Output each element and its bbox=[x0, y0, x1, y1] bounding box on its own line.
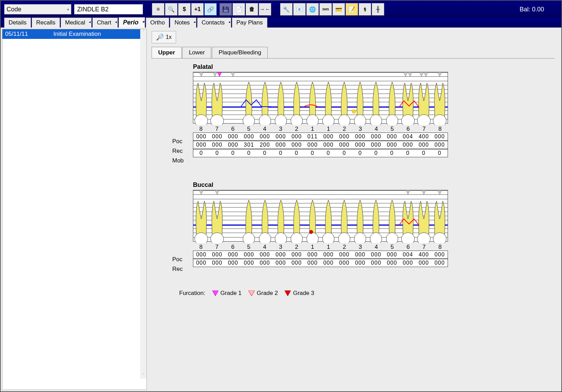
tooth-slot[interactable] bbox=[289, 195, 305, 243]
tooth-slot[interactable] bbox=[368, 195, 384, 243]
tab-lower[interactable]: Lower bbox=[182, 47, 211, 58]
data-cell[interactable]: 000 bbox=[320, 260, 336, 266]
data-cell[interactable]: 000 bbox=[273, 134, 289, 140]
tool-icon[interactable]: 🔧 bbox=[280, 3, 293, 15]
data-cell[interactable]: 000 bbox=[336, 142, 352, 148]
data-cell[interactable]: 004 bbox=[400, 252, 416, 258]
data-cell[interactable]: 000 bbox=[432, 142, 448, 148]
tooth-slot[interactable] bbox=[432, 77, 448, 125]
tab-contacts[interactable]: Contacts bbox=[197, 18, 231, 28]
data-cell[interactable]: 400 bbox=[416, 134, 432, 140]
data-cell[interactable]: 000 bbox=[209, 260, 225, 266]
tab-recalls[interactable]: Recalls bbox=[32, 18, 60, 28]
data-cell[interactable]: 000 bbox=[305, 142, 320, 148]
tooth-slot[interactable] bbox=[352, 195, 368, 243]
tooth-slot[interactable] bbox=[305, 77, 320, 125]
data-cell[interactable]: 200 bbox=[257, 142, 273, 148]
data-cell[interactable]: 000 bbox=[400, 260, 416, 266]
tab-ortho[interactable]: Ortho bbox=[146, 18, 170, 28]
data-cell[interactable]: 000 bbox=[289, 142, 305, 148]
tooth-slot[interactable] bbox=[336, 195, 352, 243]
tooth-slot[interactable] bbox=[305, 195, 320, 243]
data-cell[interactable]: 000 bbox=[257, 252, 273, 258]
data-cell[interactable]: 000 bbox=[368, 142, 384, 148]
data-cell[interactable]: 000 bbox=[241, 252, 257, 258]
palatal-mob-row[interactable]: 0000000000000000 bbox=[193, 149, 448, 157]
grid-icon[interactable]: ╫ bbox=[372, 3, 384, 15]
zoom-button[interactable]: 🔎 1x bbox=[152, 31, 176, 43]
data-cell[interactable]: 0 bbox=[305, 150, 320, 156]
payment-icon[interactable]: $ bbox=[178, 3, 191, 15]
data-cell[interactable]: 000 bbox=[320, 134, 336, 140]
patient-input[interactable] bbox=[74, 4, 143, 14]
code-dropdown[interactable]: Code bbox=[4, 4, 71, 14]
tab-payplans[interactable]: Pay Plans bbox=[232, 18, 267, 28]
tab-details[interactable]: Details bbox=[4, 18, 31, 28]
data-cell[interactable]: 0 bbox=[273, 150, 289, 156]
data-cell[interactable]: 000 bbox=[320, 142, 336, 148]
data-cell[interactable]: 000 bbox=[416, 260, 432, 266]
buccal-rec-row[interactable]: 0000000000000000000000000000000000000000… bbox=[193, 259, 448, 267]
data-cell[interactable]: 0 bbox=[241, 150, 257, 156]
data-cell[interactable]: 000 bbox=[193, 260, 209, 266]
data-cell[interactable]: 0 bbox=[193, 150, 209, 156]
data-cell[interactable]: 000 bbox=[225, 260, 241, 266]
data-cell[interactable]: 000 bbox=[368, 134, 384, 140]
data-cell[interactable]: 000 bbox=[305, 260, 320, 266]
tooth-slot[interactable] bbox=[368, 77, 384, 125]
tooth-slot[interactable] bbox=[289, 77, 305, 125]
align-icon[interactable]: ≡ bbox=[152, 3, 164, 15]
data-cell[interactable]: 000 bbox=[352, 260, 368, 266]
tab-chart[interactable]: Chart bbox=[92, 18, 118, 28]
data-cell[interactable]: 004 bbox=[400, 134, 416, 140]
data-cell[interactable]: 000 bbox=[273, 142, 289, 148]
data-cell[interactable]: 000 bbox=[352, 142, 368, 148]
tooth-slot[interactable] bbox=[257, 195, 273, 243]
data-cell[interactable]: 0 bbox=[432, 150, 448, 156]
data-cell[interactable]: 000 bbox=[416, 142, 432, 148]
tooth-slot[interactable] bbox=[241, 195, 257, 243]
tooth-slot[interactable] bbox=[320, 195, 336, 243]
data-cell[interactable]: 0 bbox=[257, 150, 273, 156]
data-cell[interactable]: 0 bbox=[368, 150, 384, 156]
data-cell[interactable]: 0 bbox=[320, 150, 336, 156]
data-cell[interactable]: 000 bbox=[225, 252, 241, 258]
data-cell[interactable]: 0 bbox=[289, 150, 305, 156]
tooth-slot[interactable] bbox=[193, 77, 209, 125]
palatal-poc-row[interactable]: 0000000000000000000000110000000000000000… bbox=[193, 133, 448, 141]
data-cell[interactable]: 0 bbox=[209, 150, 225, 156]
sms-icon[interactable]: SMS bbox=[319, 3, 332, 15]
data-cell[interactable]: 000 bbox=[273, 252, 289, 258]
tab-medical[interactable]: Medical bbox=[61, 18, 92, 28]
data-cell[interactable]: 400 bbox=[416, 252, 432, 258]
data-cell[interactable]: 000 bbox=[384, 134, 400, 140]
tab-perio[interactable]: Perio bbox=[119, 17, 145, 28]
data-cell[interactable]: 0 bbox=[384, 150, 400, 156]
data-cell[interactable]: 0 bbox=[352, 150, 368, 156]
data-cell[interactable]: 0 bbox=[225, 150, 241, 156]
plus-one-icon[interactable]: +1 bbox=[191, 3, 204, 15]
data-cell[interactable]: 000 bbox=[336, 260, 352, 266]
exam-list-item[interactable]: 05/11/11 Initial Examination bbox=[2, 29, 146, 39]
data-cell[interactable]: 0 bbox=[416, 150, 432, 156]
sidebar-scrollbar[interactable]: ˄˅ bbox=[140, 29, 146, 379]
data-cell[interactable]: 000 bbox=[257, 134, 273, 140]
data-cell[interactable]: 000 bbox=[336, 252, 352, 258]
data-cell[interactable]: 000 bbox=[257, 260, 273, 266]
data-cell[interactable]: 000 bbox=[368, 252, 384, 258]
tooth-slot[interactable] bbox=[432, 195, 448, 243]
buccal-poc-row[interactable]: 0000000000000000000000000000000000000000… bbox=[193, 251, 448, 259]
data-cell[interactable]: 000 bbox=[352, 134, 368, 140]
data-cell[interactable]: 000 bbox=[352, 252, 368, 258]
data-cell[interactable]: 000 bbox=[289, 252, 305, 258]
data-cell[interactable]: 000 bbox=[241, 134, 257, 140]
print-icon[interactable]: 📄 bbox=[233, 3, 245, 15]
data-cell[interactable]: 000 bbox=[209, 134, 225, 140]
data-cell[interactable]: 0 bbox=[336, 150, 352, 156]
delete-icon[interactable]: 🗑 bbox=[246, 3, 258, 15]
data-cell[interactable]: 000 bbox=[273, 260, 289, 266]
palatal-chart[interactable] bbox=[193, 72, 448, 124]
tooth-slot[interactable] bbox=[209, 195, 225, 243]
data-cell[interactable]: 000 bbox=[209, 252, 225, 258]
data-cell[interactable]: 000 bbox=[384, 260, 400, 266]
